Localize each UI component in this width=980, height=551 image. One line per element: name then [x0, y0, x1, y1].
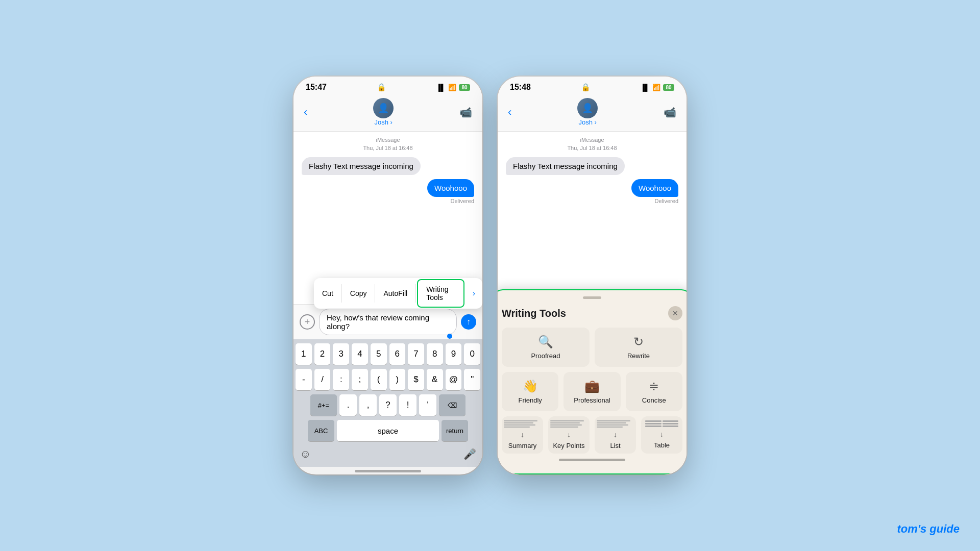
key-space[interactable]: space [337, 420, 439, 441]
status-icons-2: ▐▌ 📶 80 [641, 84, 674, 91]
context-menu-1: Cut Copy AutoFill Writing Tools › [314, 278, 482, 309]
key-abc[interactable]: ABC [308, 420, 334, 441]
back-button-2[interactable]: ‹ [508, 106, 511, 119]
professional-button[interactable]: 💼 Professional [564, 372, 620, 411]
wifi-icon-1: 📶 [448, 84, 456, 91]
key-exclaim[interactable]: ! [399, 394, 416, 416]
copy-button[interactable]: Copy [342, 284, 376, 303]
key-question[interactable]: ? [379, 394, 397, 416]
list-button[interactable]: ↓ List [595, 416, 636, 454]
signal-icon-1: ▐▌ [436, 84, 446, 91]
wt-header: Writing Tools ✕ [502, 306, 682, 320]
status-time-1: 15:47 [306, 83, 327, 92]
avatar-2: 👤 [577, 98, 598, 118]
rewrite-button[interactable]: ↻ Rewrite [595, 328, 682, 367]
add-button-1[interactable]: + [300, 314, 315, 330]
nav-center-2[interactable]: 👤 Josh › [577, 98, 598, 126]
key-5[interactable]: 5 [371, 343, 387, 365]
key-apostrophe[interactable]: ' [419, 394, 436, 416]
sent-bubble-2: Woohooo [631, 179, 678, 197]
status-bar-1: 15:47 🔒 ▐▌ 📶 80 [293, 77, 482, 94]
professional-label: Professional [574, 396, 610, 404]
wt-row-3: ↓ Summary ↓ Key Points [502, 416, 682, 454]
imessage-date-2: Thu, Jul 18 at 16:48 [506, 145, 678, 151]
key-return[interactable]: return [442, 420, 468, 441]
summary-button[interactable]: ↓ Summary [502, 416, 543, 454]
lock-icon-1: 🔒 [377, 83, 386, 92]
send-button-1[interactable]: ↑ [461, 314, 476, 330]
back-button-1[interactable]: ‹ [304, 106, 307, 119]
phone-1: 15:47 🔒 ▐▌ 📶 80 ‹ 👤 Josh › 📹 iMessage Th… [293, 77, 482, 474]
table-button[interactable]: ↓ Table [641, 416, 682, 454]
rewrite-icon: ↻ [633, 335, 644, 349]
key-dash[interactable]: - [296, 369, 312, 390]
key-comma[interactable]: , [359, 394, 377, 416]
battery-icon-1: 80 [459, 84, 470, 91]
table-thumbnail [645, 420, 679, 427]
key-7[interactable]: 7 [408, 343, 424, 365]
delivered-label-1: Delivered [451, 198, 474, 204]
contact-name-2: Josh › [578, 118, 596, 126]
key-slash[interactable]: / [314, 369, 331, 390]
list-label: List [610, 442, 620, 449]
signal-icon-2: ▐▌ [641, 84, 650, 91]
key-dollar[interactable]: $ [408, 369, 424, 390]
toms-guide-watermark: tom's guide [897, 522, 960, 536]
status-time-2: 15:48 [510, 83, 531, 92]
key-1[interactable]: 1 [296, 343, 312, 365]
key-points-button[interactable]: ↓ Key Points [548, 416, 590, 454]
avatar-1: 👤 [373, 98, 394, 118]
context-menu-more[interactable]: › [465, 284, 482, 303]
summary-label: Summary [508, 442, 537, 449]
concise-button[interactable]: ≑ Concise [626, 372, 682, 411]
key-at[interactable]: @ [446, 369, 462, 390]
imessage-date-1: Thu, Jul 18 at 16:48 [302, 145, 474, 151]
video-call-button-2[interactable]: 📹 [664, 106, 676, 118]
key-9[interactable]: 9 [446, 343, 462, 365]
video-call-button-1[interactable]: 📹 [459, 106, 472, 118]
key-6[interactable]: 6 [389, 343, 406, 365]
key-period[interactable]: . [339, 394, 357, 416]
key-rparen[interactable]: ) [389, 369, 406, 390]
received-bubble-2: Flashy Text message incoming [506, 157, 625, 175]
input-field-1[interactable]: Hey, how's that review coming along? [319, 309, 457, 335]
key-hashplus[interactable]: #+= [310, 394, 337, 416]
key-lparen[interactable]: ( [371, 369, 387, 390]
key-4[interactable]: 4 [352, 343, 368, 365]
input-area-1: Cut Copy AutoFill Writing Tools › + Hey,… [293, 304, 482, 339]
key-semicolon[interactable]: ; [352, 369, 368, 390]
friendly-icon: 👋 [523, 379, 538, 393]
emoji-button[interactable]: ☺ [300, 447, 311, 461]
home-indicator-1 [355, 470, 421, 472]
sent-bubble-wrap-2: Woohooo Delivered [506, 179, 678, 204]
keyboard-row-numbers: 1 2 3 4 5 6 7 8 9 0 [296, 343, 480, 365]
writing-tools-button[interactable]: Writing Tools [417, 279, 464, 308]
mic-button[interactable]: 🎤 [463, 448, 476, 460]
list-thumbnail [597, 420, 634, 428]
friendly-button[interactable]: 👋 Friendly [502, 372, 558, 411]
lock-icon-2: 🔒 [581, 83, 591, 92]
key-ampersand[interactable]: & [427, 369, 443, 390]
key-2[interactable]: 2 [314, 343, 331, 365]
status-bar-2: 15:48 🔒 ▐▌ 📶 80 [498, 77, 687, 94]
cut-button[interactable]: Cut [314, 284, 342, 303]
key-8[interactable]: 8 [427, 343, 443, 365]
key-quote[interactable]: " [464, 369, 480, 390]
keyboard-row-bottom: ABC space return [296, 420, 480, 441]
wt-close-button[interactable]: ✕ [668, 306, 682, 320]
autofill-button[interactable]: AutoFill [375, 284, 416, 303]
sent-bubble-1: Woohooo [427, 179, 474, 197]
imessage-label-1: iMessage [302, 137, 474, 143]
received-bubble-1: Flashy Text message incoming [302, 157, 421, 175]
key-0[interactable]: 0 [464, 343, 480, 365]
keyboard-row-symbols: - / : ; ( ) $ & @ " [296, 369, 480, 390]
key-delete[interactable]: ⌫ [439, 394, 465, 416]
nav-center-1[interactable]: 👤 Josh › [373, 98, 394, 126]
key-points-label: Key Points [553, 442, 584, 449]
proofread-button[interactable]: 🔍 Proofread [502, 328, 590, 367]
key-colon[interactable]: : [333, 369, 349, 390]
keyboard-1: 1 2 3 4 5 6 7 8 9 0 - / : ; ( ) $ & @ [293, 339, 482, 467]
table-label: Table [654, 441, 670, 449]
list-arrow: ↓ [614, 431, 617, 439]
key-3[interactable]: 3 [333, 343, 349, 365]
